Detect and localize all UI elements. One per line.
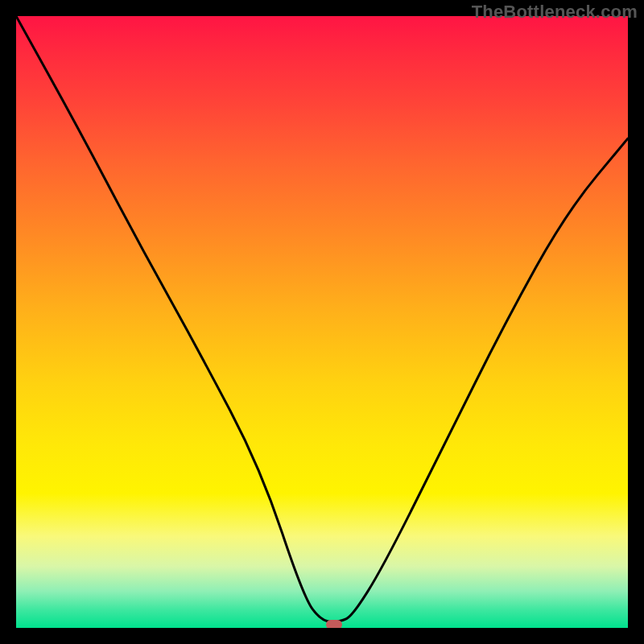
chart-frame: TheBottleneck.com [0, 0, 644, 644]
curve-path [16, 16, 628, 621]
optimal-marker [326, 620, 342, 628]
plot-area [16, 16, 628, 628]
watermark-text: TheBottleneck.com [472, 2, 638, 23]
bottleneck-curve [16, 16, 628, 628]
